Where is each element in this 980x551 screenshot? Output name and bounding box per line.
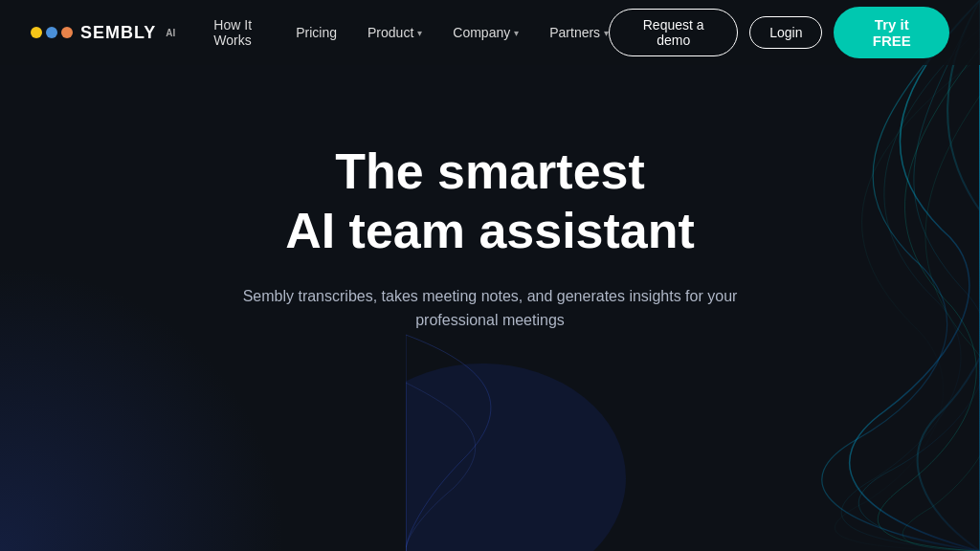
hero-title-line2: AI team assistant [285, 203, 695, 258]
company-chevron-icon: ▾ [514, 28, 519, 38]
logo-icon [31, 27, 73, 38]
login-button[interactable]: Login [749, 16, 822, 49]
product-chevron-icon: ▾ [417, 28, 422, 38]
nav-item-product[interactable]: Product ▾ [368, 25, 422, 40]
nav-label-product: Product [368, 25, 413, 40]
nav-link-how-it-works[interactable]: How It Works [213, 17, 265, 48]
logo-ai-badge: AI [166, 28, 175, 38]
nav-label-company: Company [453, 25, 510, 40]
nav-links: How It Works Pricing Product ▾ Company ▾ [213, 17, 609, 48]
hero-section: The smartest AI team assistant Sembly tr… [0, 65, 980, 371]
nav-left: SEMBLYAI How It Works Pricing Product ▾ [31, 17, 609, 48]
logo[interactable]: SEMBLYAI [31, 23, 175, 43]
nav-item-pricing[interactable]: Pricing [296, 25, 337, 40]
try-free-button[interactable]: Try it FREE [834, 7, 949, 58]
nav-label-pricing: Pricing [296, 25, 337, 40]
nav-label-partners: Partners [549, 25, 600, 40]
nav-link-partners[interactable]: Partners ▾ [549, 25, 609, 40]
nav-item-company[interactable]: Company ▾ [453, 25, 519, 40]
logo-dot-yellow [31, 27, 42, 38]
request-demo-button[interactable]: Request a demo [609, 9, 738, 56]
nav-label-how-it-works: How It Works [213, 17, 265, 48]
partners-chevron-icon: ▾ [604, 28, 609, 38]
nav-link-pricing[interactable]: Pricing [296, 25, 337, 40]
nav-right: Request a demo Login Try it FREE [609, 7, 949, 58]
logo-name: SEMBLY [80, 23, 156, 43]
logo-dot-blue [46, 27, 57, 38]
hero-title-line1: The smartest [335, 143, 645, 199]
nav-item-how-it-works[interactable]: How It Works [213, 17, 265, 48]
nav-item-partners[interactable]: Partners ▾ [549, 25, 609, 40]
hero-title: The smartest AI team assistant [285, 142, 695, 261]
nav-link-product[interactable]: Product ▾ [368, 25, 422, 40]
hero-subtitle: Sembly transcribes, takes meeting notes,… [203, 284, 777, 333]
logo-dot-orange [61, 27, 73, 38]
svg-point-0 [406, 364, 626, 551]
nav-link-company[interactable]: Company ▾ [453, 25, 519, 40]
navbar: SEMBLYAI How It Works Pricing Product ▾ [0, 0, 980, 65]
